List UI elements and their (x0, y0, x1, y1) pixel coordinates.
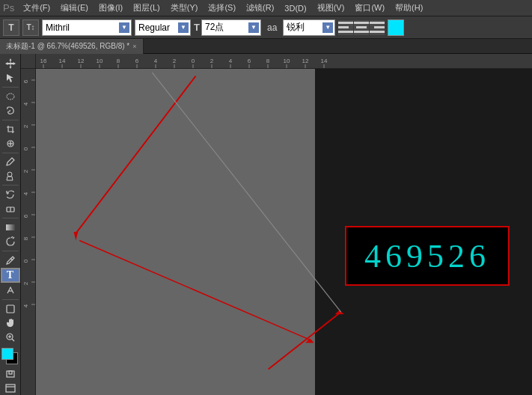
svg-text:4: 4 (22, 192, 29, 195)
font-name-input[interactable] (46, 22, 117, 33)
menu-layer[interactable]: 图层(L) (129, 1, 164, 15)
sharpness-dropdown[interactable]: 锐利 ▼ (283, 19, 335, 36)
color-tools (1, 348, 19, 365)
antialiasing-label: aa (264, 21, 280, 34)
pointer-tool[interactable] (1, 71, 19, 85)
stamp-tool[interactable] (1, 169, 19, 183)
menu-select[interactable]: 选择(S) (204, 1, 240, 15)
align-center-btn[interactable] (354, 20, 369, 35)
menu-filter[interactable]: 滤镜(R) (242, 1, 278, 15)
left-toolbar: T (0, 54, 21, 395)
history-brush-tool[interactable] (1, 188, 19, 201)
font-size-icon: T (194, 22, 200, 33)
text-tool[interactable]: T (1, 268, 20, 284)
ruler-corner (21, 54, 36, 69)
menu-type[interactable]: 类型(Y) (166, 1, 203, 15)
tab-title: 未标题-1 @ 66.7%(469526, RGB/8) * (6, 41, 129, 52)
svg-text:14: 14 (321, 58, 328, 64)
svg-text:2: 2 (22, 281, 29, 285)
crop-tool[interactable] (1, 123, 19, 136)
pen-tool[interactable] (1, 254, 19, 267)
svg-rect-6 (370, 22, 385, 24)
svg-text:2: 2 (210, 58, 214, 64)
svg-rect-16 (6, 224, 15, 230)
svg-text:6: 6 (22, 79, 29, 83)
font-style-arrow[interactable]: ▼ (178, 22, 189, 33)
svg-rect-24 (9, 371, 12, 374)
workspace: T (0, 54, 532, 395)
menu-file[interactable]: 文件(F) (19, 1, 55, 15)
screen-mode-btn[interactable] (1, 382, 19, 395)
divider-3 (2, 153, 19, 153)
eraser-tool[interactable] (1, 202, 19, 215)
svg-text:6: 6 (22, 214, 29, 218)
menu-3d[interactable]: 3D(D) (280, 2, 311, 14)
svg-text:2: 2 (22, 124, 29, 128)
svg-text:0: 0 (192, 58, 195, 64)
gradient-tool[interactable] (1, 221, 19, 234)
text-orientation-btn[interactable]: T↕ (22, 19, 39, 36)
align-right-btn[interactable] (370, 20, 385, 35)
svg-text:10: 10 (284, 58, 290, 64)
font-style-dropdown[interactable]: Regular ▼ (135, 19, 191, 36)
font-size-dropdown[interactable]: 72点 ▼ (201, 19, 261, 36)
canvas-content: 469526 (36, 69, 532, 395)
blur-tool[interactable] (1, 235, 19, 248)
brush-tool[interactable] (1, 155, 19, 168)
menu-help[interactable]: 帮助(H) (391, 1, 427, 15)
canvas-area: 16 14 12 10 8 6 4 2 0 (21, 54, 532, 395)
healing-tool[interactable] (1, 137, 19, 150)
document-tab[interactable]: 未标题-1 @ 66.7%(469526, RGB/8) * × (0, 39, 144, 54)
svg-line-81 (76, 76, 195, 233)
menu-window[interactable]: 窗口(W) (350, 1, 389, 15)
svg-rect-0 (338, 22, 353, 24)
font-name-dropdown[interactable]: ▼ (42, 19, 132, 36)
svg-rect-7 (374, 26, 385, 28)
svg-rect-25 (6, 385, 15, 392)
divider-5 (2, 218, 19, 218)
shape-tool[interactable] (1, 302, 19, 316)
path-select-tool[interactable] (1, 284, 19, 297)
svg-point-9 (7, 94, 14, 99)
move-tool[interactable] (1, 57, 19, 70)
svg-line-87 (152, 73, 340, 312)
sharpness-arrow[interactable]: ▼ (322, 22, 333, 33)
svg-text:2: 2 (22, 169, 29, 173)
svg-rect-18 (7, 305, 14, 313)
svg-text:4: 4 (154, 58, 158, 64)
svg-text:0: 0 (22, 259, 29, 263)
svg-text:8: 8 (22, 236, 29, 240)
font-name-arrow[interactable]: ▼ (119, 22, 129, 33)
font-size-arrow[interactable]: ▼ (248, 22, 259, 33)
number-text: 469526 (364, 237, 490, 275)
svg-text:12: 12 (78, 58, 85, 64)
svg-text:6: 6 (248, 58, 251, 64)
zoom-tool[interactable] (1, 331, 19, 344)
options-bar: T T↕ ▼ Regular ▼ T 72点 ▼ aa 锐利 ▼ (0, 16, 532, 39)
align-group (338, 20, 385, 35)
svg-rect-2 (338, 31, 353, 33)
menu-image[interactable]: 图像(I) (94, 1, 127, 15)
svg-line-83 (79, 240, 312, 340)
number-display-box: 469526 (345, 226, 510, 286)
divider-4 (2, 185, 19, 186)
lasso-tool[interactable] (1, 104, 19, 117)
svg-rect-5 (354, 31, 369, 33)
svg-text:14: 14 (59, 58, 66, 64)
svg-marker-84 (305, 338, 314, 343)
menu-view[interactable]: 视图(V) (313, 1, 349, 15)
hand-tool[interactable] (1, 316, 19, 330)
svg-rect-8 (370, 31, 385, 33)
menu-edit[interactable]: 编辑(E) (56, 1, 93, 15)
tab-close-btn[interactable]: × (132, 43, 136, 50)
svg-text:4: 4 (229, 58, 233, 64)
text-tool-btn[interactable]: T (3, 19, 19, 36)
quick-mask-tool[interactable] (1, 367, 19, 381)
svg-text:4: 4 (22, 304, 29, 307)
text-color-swatch[interactable] (388, 19, 404, 36)
svg-text:0: 0 (22, 147, 29, 150)
svg-marker-82 (73, 232, 78, 240)
foreground-color[interactable] (1, 348, 13, 360)
align-left-btn[interactable] (338, 20, 353, 35)
marquee-tool[interactable] (1, 90, 19, 103)
